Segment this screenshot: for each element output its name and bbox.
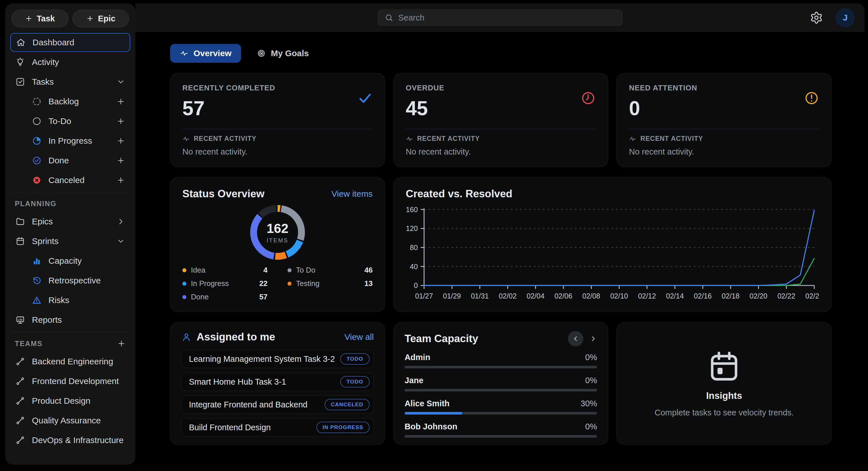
- sidebar-item-done[interactable]: Done: [10, 151, 130, 170]
- pie-icon: [32, 136, 41, 146]
- svg-text:02/24: 02/24: [805, 292, 819, 300]
- task-row[interactable]: Integrate Frontend and Backend CANCELED: [181, 395, 374, 414]
- insights-calendar-icon-wrap: [707, 350, 741, 383]
- task-title: Smart Home Hub Task 3-1: [189, 377, 286, 387]
- capacity-next-button[interactable]: [590, 335, 597, 343]
- member-percent: 0%: [585, 376, 597, 385]
- tab-overview[interactable]: Overview: [170, 44, 241, 63]
- svg-text:02/20: 02/20: [749, 292, 767, 300]
- legend-value: 46: [365, 266, 373, 274]
- task-row[interactable]: Build Frontend Design IN PROGRESS: [181, 418, 374, 437]
- avatar[interactable]: J: [836, 8, 855, 27]
- chevron-right-icon: [117, 217, 125, 226]
- sidebar-nav: Dashboard Activity Tasks Backlog To-Do I…: [10, 33, 130, 450]
- svg-text:40: 40: [410, 263, 418, 271]
- capacity-list: Admin0% Jane0% Alice Smith30% Bob Johnso…: [405, 349, 597, 442]
- sidebar-item-label: Backend Engineering: [32, 357, 125, 366]
- sidebar-item-in-progress[interactable]: In Progress: [10, 131, 130, 150]
- bars-icon: [32, 256, 41, 266]
- legend-dot: [182, 282, 186, 286]
- legend-item-testing: Testing13: [287, 279, 373, 288]
- legend-value: 22: [259, 279, 268, 288]
- plus-icon: [25, 14, 33, 23]
- task-row[interactable]: Smart Home Hub Task 3-1 TODO: [181, 373, 374, 391]
- sidebar-item-retrospective[interactable]: Retrospective: [10, 271, 130, 290]
- plus-button[interactable]: [117, 97, 125, 106]
- sidebar-item-dashboard[interactable]: Dashboard: [10, 33, 130, 52]
- chevron-down-button[interactable]: [117, 237, 125, 245]
- status-badge: TODO: [340, 376, 370, 387]
- capacity-prev-button[interactable]: [568, 331, 583, 346]
- create-epic-button[interactable]: Epic: [72, 10, 129, 27]
- sidebar-item-product-design[interactable]: Product Design: [10, 391, 130, 410]
- sidebar-section: TEAMS Backend Engineering Frontend Devel…: [10, 332, 130, 450]
- search-icon: [385, 13, 393, 22]
- tab-my-goals[interactable]: My Goals: [255, 44, 311, 63]
- legend-dot: [287, 268, 291, 272]
- plus-button[interactable]: [117, 117, 125, 125]
- sidebar-item-label: Activity: [32, 57, 125, 67]
- search-input[interactable]: [398, 13, 616, 23]
- view-items-link[interactable]: View items: [332, 189, 373, 199]
- chevron-right-button[interactable]: [117, 217, 125, 226]
- sidebar-item-backend-engineering[interactable]: Backend Engineering: [10, 352, 130, 371]
- sidebar-item-quality-assurance[interactable]: Quality Assurance: [10, 411, 130, 430]
- insights-card: Insights Complete tasks to see velocity …: [617, 322, 832, 445]
- status-badge: TODO: [340, 353, 370, 365]
- stat-icon-wrap: [581, 90, 596, 106]
- status-overview-card: Status Overview View items 162 ITEMS Ide…: [170, 177, 385, 312]
- sidebar-item-reports[interactable]: Reports: [10, 311, 130, 329]
- sidebar-item-tasks[interactable]: Tasks: [10, 72, 130, 91]
- divider: [406, 129, 596, 129]
- sidebar-item-backlog[interactable]: Backlog: [10, 92, 130, 111]
- plus-button[interactable]: [117, 176, 125, 184]
- plus-button[interactable]: [117, 137, 125, 145]
- pulse-icon: [629, 135, 636, 143]
- sidebar-item-capacity[interactable]: Capacity: [10, 252, 130, 270]
- sidebar-item-epics[interactable]: Epics: [10, 212, 130, 231]
- sidebar-item-activity[interactable]: Activity: [10, 53, 130, 71]
- insights-subtitle: Complete tasks to see velocity trends.: [655, 408, 794, 417]
- create-task-button[interactable]: Task: [11, 10, 68, 27]
- svg-text:01/29: 01/29: [443, 292, 461, 300]
- legend-label: In Progress: [191, 279, 229, 288]
- calendar-icon: [16, 236, 25, 246]
- add-team-button[interactable]: [117, 339, 126, 348]
- legend-item-idea: Idea4: [182, 266, 268, 274]
- capacity-track: [405, 412, 597, 415]
- legend-dot: [182, 295, 186, 299]
- svg-text:01/31: 01/31: [471, 292, 489, 300]
- task-row[interactable]: Learning Management System Task 3-2 TODO: [181, 350, 374, 368]
- member-name: Admin: [405, 353, 430, 362]
- view-all-link[interactable]: View all: [344, 332, 374, 342]
- sidebar-item-sprints[interactable]: Sprints: [10, 232, 130, 251]
- recent-activity-label: RECENT ACTIVITY: [182, 135, 373, 143]
- sidebar-item-devops-infrastructure[interactable]: DevOps & Infrastructure: [10, 431, 130, 450]
- created-vs-resolved-card: Created vs. Resolved 0408012016001/2701/…: [394, 177, 832, 312]
- search-box[interactable]: [378, 9, 623, 26]
- chevron-down-icon: [117, 78, 125, 86]
- task-title: Integrate Frontend and Backend: [189, 400, 308, 409]
- sidebar-item-frontend-development[interactable]: Frontend Development: [10, 372, 130, 391]
- line-chart: 0408012016001/2701/2901/3102/0202/0402/0…: [406, 203, 819, 301]
- svg-text:02/08: 02/08: [582, 292, 600, 300]
- member-name: Jane: [405, 376, 424, 385]
- main-content: OverviewMy Goals RECENTLY COMPLETED 57 R…: [135, 32, 868, 471]
- settings-button[interactable]: [810, 11, 823, 24]
- check-square-icon: [16, 77, 25, 87]
- sidebar-item-risks[interactable]: Risks: [10, 291, 130, 310]
- svg-text:02/06: 02/06: [554, 292, 572, 300]
- assigned-task-list: Learning Management System Task 3-2 TODO…: [181, 350, 374, 437]
- svg-text:02/04: 02/04: [527, 292, 545, 300]
- plus-button[interactable]: [117, 156, 125, 165]
- sidebar-item-canceled[interactable]: Canceled: [10, 171, 130, 189]
- sidebar-item-label: In Progress: [49, 136, 110, 146]
- svg-text:02/22: 02/22: [777, 292, 795, 300]
- recent-activity-text: No recent activity.: [182, 147, 373, 156]
- stat-value: 57: [182, 97, 275, 120]
- sidebar-item-label: Canceled: [49, 175, 110, 185]
- capacity-track: [405, 435, 597, 438]
- sidebar-item-to-do[interactable]: To-Do: [10, 112, 130, 130]
- sidebar-item-label: Tasks: [32, 77, 110, 87]
- chevron-down-button[interactable]: [117, 78, 125, 86]
